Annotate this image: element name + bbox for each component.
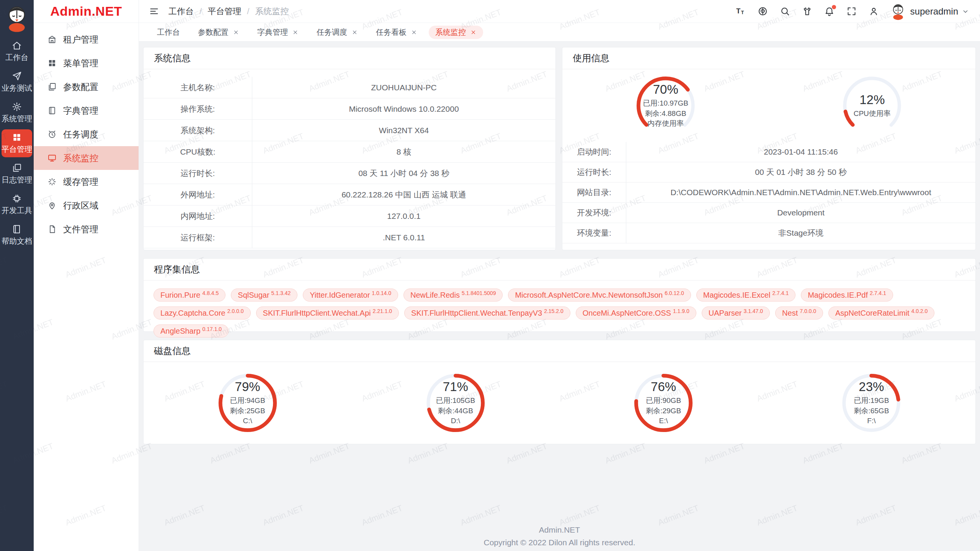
gauge-text: 79%已用:94GB剩余:25GBC:\ <box>214 369 282 437</box>
tab-系统监控[interactable]: 系统监控 <box>429 26 483 39</box>
rail-item-日志管理[interactable]: 日志管理 <box>2 160 32 188</box>
package-version: 0.17.1.0 <box>203 326 222 332</box>
sidebar-item-任务调度[interactable]: 任务调度 <box>34 122 139 146</box>
rail-item-系统管理[interactable]: 系统管理 <box>2 99 32 127</box>
rail-item-开发工具[interactable]: 开发工具 <box>2 191 32 218</box>
theme-shirt-icon[interactable] <box>802 6 812 16</box>
topbar-icons: TT <box>735 6 879 16</box>
rail-item-帮助文档[interactable]: 帮助文档 <box>2 221 32 249</box>
gauge-detail-line: 剩余:25GB <box>230 406 265 416</box>
gauge-detail-line: 已用:94GB <box>230 396 265 406</box>
chip-icon <box>12 194 22 204</box>
package-version: 4.0.2.0 <box>911 308 928 314</box>
page-footer: Admin.NET Copyright © 2022 Dilon All rig… <box>143 525 976 547</box>
sidebar-item-系统监控[interactable]: 系统监控 <box>34 146 139 170</box>
system-info-table: 主机名称:ZUOHUAIJUN-PC操作系统:Microsoft Windows… <box>144 77 555 248</box>
profile-icon[interactable] <box>869 6 879 16</box>
gauge-detail-line: 内存使用率 <box>647 119 684 129</box>
user-menu[interactable]: superadmin <box>891 3 969 20</box>
package-tag: Furion.Pure4.8.4.5 <box>154 289 225 302</box>
package-name: Furion.Pure <box>160 291 201 300</box>
package-tag: Magicodes.IE.Pdf2.7.4.1 <box>801 289 893 302</box>
rail-item-工作台[interactable]: 工作台 <box>2 37 32 65</box>
package-version: 5.1.3.42 <box>271 290 291 296</box>
system-info-card: 系统信息 主机名称:ZUOHUAIJUN-PC操作系统:Microsoft Wi… <box>143 47 556 250</box>
rail-item-平台管理[interactable]: 平台管理 <box>2 129 32 157</box>
tab-参数配置[interactable]: 参数配置 <box>191 26 246 39</box>
app-mascot-logo[interactable] <box>5 4 29 32</box>
package-name: AngleSharp <box>160 327 201 336</box>
card-title: 使用信息 <box>562 47 975 69</box>
info-row-label: 主机名称: <box>144 77 252 98</box>
gauge-detail-line: 已用:105GB <box>436 396 475 406</box>
gauge-detail-line: 剩余:29GB <box>646 406 681 416</box>
rail-item-业务测试[interactable]: 业务测试 <box>2 68 32 96</box>
tab-任务调度[interactable]: 任务调度 <box>310 26 364 39</box>
disk-gauge: 76%已用:90GB剩余:29GBE:\ <box>629 369 697 437</box>
package-name: UAParser <box>709 309 742 318</box>
sidebar-item-菜单管理[interactable]: 菜单管理 <box>34 51 139 75</box>
tab-字典管理[interactable]: 字典管理 <box>251 26 305 39</box>
secondary-nav: 租户管理菜单管理参数配置字典管理任务调度系统监控缓存管理行政区域文件管理 <box>34 23 139 241</box>
info-row-value: .NET 6.0.11 <box>252 227 555 248</box>
package-tag: Magicodes.IE.Excel2.7.4.1 <box>696 289 795 302</box>
sidebar-item-租户管理[interactable]: 租户管理 <box>34 28 139 51</box>
package-name: Microsoft.AspNetCore.Mvc.NewtonsoftJson <box>515 291 663 300</box>
tab-close-icon[interactable] <box>292 29 299 36</box>
gauge-detail-line: 剩余:44GB <box>438 406 473 416</box>
fullscreen-icon[interactable] <box>846 6 857 16</box>
tab-close-icon[interactable] <box>411 29 417 36</box>
menu-collapse-icon[interactable] <box>149 6 159 16</box>
package-version: 3.1.47.0 <box>743 308 763 314</box>
usage-gauges: 70%已用:10.97GB剩余:4.88GB内存使用率12%CPU使用率 <box>562 69 975 142</box>
info-row-value: 08 天 11 小时 04 分 38 秒 <box>252 163 555 184</box>
tab-close-icon[interactable] <box>233 29 239 36</box>
package-name: SKIT.FlurlHttpClient.Wechat.Api <box>263 309 371 318</box>
app-logo[interactable]: Admin.NET <box>34 0 139 23</box>
tab-任务看板[interactable]: 任务看板 <box>369 26 424 39</box>
breadcrumb-item[interactable]: 系统监控 <box>255 6 289 17</box>
tab-close-icon[interactable] <box>351 29 358 36</box>
sidebar-item-缓存管理[interactable]: 缓存管理 <box>34 170 139 194</box>
breadcrumb-item[interactable]: 平台管理 <box>207 6 241 17</box>
sidebar-item-label: 字典管理 <box>63 105 98 117</box>
package-version: 1.0.14.0 <box>372 290 391 296</box>
disk-gauge: 23%已用:19GB剩余:65GBF:\ <box>837 369 905 437</box>
disk-gauge: 71%已用:105GB剩余:44GBD:\ <box>421 369 490 437</box>
language-icon[interactable] <box>758 6 768 16</box>
tab-label: 系统监控 <box>435 27 466 37</box>
info-row-value: 60.222.128.26 中国 山西 运城 联通 <box>252 184 555 205</box>
search-icon[interactable] <box>780 6 790 16</box>
info-row-value: D:\CODEWORK\Admin.NET\Admin.NET\Admin.NE… <box>626 183 975 203</box>
tab-工作台[interactable]: 工作台 <box>150 26 186 39</box>
chevron-down-icon <box>962 8 969 15</box>
paper-plane-icon <box>12 71 22 81</box>
info-row-label: 外网地址: <box>144 184 252 205</box>
notification-bell-icon[interactable] <box>824 6 835 16</box>
docs-icon <box>47 82 57 91</box>
font-size-icon[interactable]: TT <box>735 6 746 16</box>
info-row-value: 8 核 <box>252 141 555 163</box>
gauge-detail-line: E:\ <box>659 416 668 426</box>
sidebar-item-字典管理[interactable]: 字典管理 <box>34 99 139 122</box>
breadcrumb-item[interactable]: 工作台 <box>168 6 194 17</box>
content-area: 系统信息 主机名称:ZUOHUAIJUN-PC操作系统:Microsoft Wi… <box>139 42 980 551</box>
card-title: 磁盘信息 <box>144 340 975 362</box>
package-tag: AngleSharp0.17.1.0 <box>154 324 229 337</box>
sidebar-item-参数配置[interactable]: 参数配置 <box>34 75 139 99</box>
info-row: 运行时长:08 天 11 小时 04 分 38 秒 <box>144 163 555 184</box>
top-cards-row: 系统信息 主机名称:ZUOHUAIJUN-PC操作系统:Microsoft Wi… <box>143 47 976 250</box>
gauge-detail-line: 已用:10.97GB <box>643 98 688 109</box>
sidebar-item-行政区域[interactable]: 行政区域 <box>34 194 139 217</box>
app-root: 工作台业务测试系统管理平台管理日志管理开发工具帮助文档 Admin.NET 租户… <box>0 0 980 551</box>
package-tag: UAParser3.1.47.0 <box>702 306 770 320</box>
info-row-label: 内网地址: <box>144 205 252 227</box>
user-avatar <box>891 3 907 20</box>
tab-close-icon[interactable] <box>470 29 477 36</box>
sidebar-item-文件管理[interactable]: 文件管理 <box>34 217 139 241</box>
info-row-value: 非Stage环境 <box>626 223 975 243</box>
gauge-detail-line: CPU使用率 <box>854 109 891 119</box>
secondary-sidebar: Admin.NET 租户管理菜单管理参数配置字典管理任务调度系统监控缓存管理行政… <box>34 0 139 551</box>
info-row: 运行框架:.NET 6.0.11 <box>144 227 555 248</box>
gauge-percent: 12% <box>859 93 885 107</box>
